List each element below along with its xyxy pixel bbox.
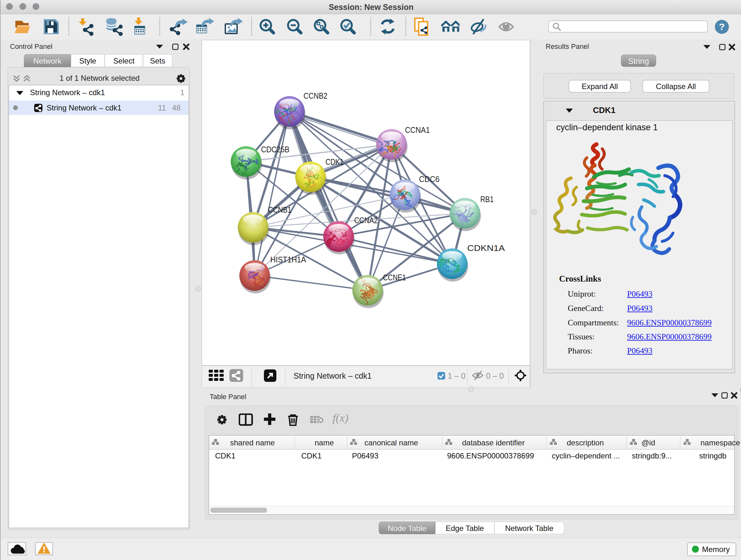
svg-text:CDK1: CDK1 — [326, 157, 344, 167]
svg-text:CDC6: CDC6 — [419, 174, 440, 184]
svg-text:CCNE1: CCNE1 — [383, 273, 406, 282]
svg-text:RB1: RB1 — [480, 194, 494, 204]
svg-text:?: ? — [719, 21, 725, 32]
svg-text:CDC25B: CDC25B — [261, 145, 289, 154]
svg-text:CCNA1: CCNA1 — [405, 125, 430, 135]
svg-text:HIST1H1A: HIST1H1A — [270, 255, 307, 264]
svg-text:CCNA2: CCNA2 — [354, 215, 378, 225]
svg-text:CCNB2: CCNB2 — [304, 91, 327, 101]
svg-text:CCNB1: CCNB1 — [268, 205, 291, 214]
svg-text:CDKN1A: CDKN1A — [467, 243, 505, 253]
